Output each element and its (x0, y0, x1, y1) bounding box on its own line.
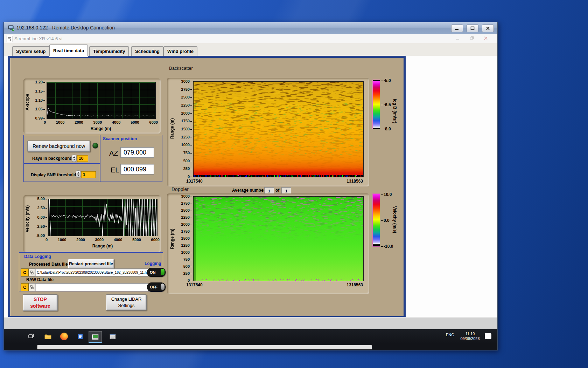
raw-browse-icon[interactable] (29, 283, 35, 291)
app-minimize-icon[interactable] (455, 35, 461, 41)
ascope-x-axis-label: Range (m) (47, 126, 155, 131)
app-restore-icon[interactable] (469, 35, 475, 41)
ascope-y-axis-label: A-scope (25, 86, 30, 119)
doppler-heatmap (194, 197, 363, 281)
tick-label: 750 (183, 151, 192, 155)
tick-label: -5.0 (381, 78, 391, 83)
processed-drive-selector[interactable]: C (21, 268, 29, 277)
backscatter-y-axis-label: Range (m) (170, 113, 175, 144)
el-value-field[interactable]: 000.099 (120, 164, 154, 175)
language-indicator[interactable]: ENG (446, 333, 454, 337)
velocity-plot-area (48, 199, 158, 236)
tick-label: 2750 (181, 201, 192, 205)
tick-label: 6000 (151, 238, 160, 242)
doppler-graph: Range (m) 300027502500225020001750150012… (167, 193, 369, 294)
tick-label: 5000 (132, 238, 141, 242)
app-close-icon[interactable] (483, 35, 489, 41)
tab-temp-humidity[interactable]: Temp/humidity (89, 46, 129, 56)
ascope-trace (47, 82, 155, 118)
tick-label: 5000 (131, 120, 139, 124)
raw-drive-selector[interactable]: C (21, 283, 29, 291)
tick-label: 4000 (112, 120, 120, 124)
velocity-x-axis-label: Range (m) (48, 244, 157, 248)
backscatter-colorbar-ticks: -5.0-6.5-8.0 (381, 78, 391, 131)
rdp-titlebar[interactable]: 192.168.0.122 - Remote Desktop Connectio… (4, 22, 497, 34)
tick-label: 1250 (181, 135, 192, 139)
tick-label: 750 (183, 257, 192, 261)
tick-label: 1500 (181, 236, 192, 240)
raw-path-field[interactable] (35, 283, 148, 291)
tick-label: 0 (188, 278, 192, 282)
stop-label-line2: software (30, 303, 50, 309)
doppler-x-end: 1318563 (346, 282, 363, 287)
tick-label: 2250 (181, 215, 192, 219)
notifications-icon[interactable] (485, 333, 491, 339)
tick-label: 2000 (181, 222, 192, 226)
rdp-icon (8, 25, 14, 31)
processed-browse-icon[interactable] (29, 268, 35, 277)
rays-spinner[interactable] (71, 155, 77, 162)
firefox-icon[interactable] (58, 331, 70, 342)
velocity-graph: Velocity (m/s) 5.002.500.00-2.50-5.00 01… (23, 195, 161, 253)
remote-taskbar: ENG 11:10 09/08/2023 (4, 329, 497, 343)
taskbar-time: 11:10 (465, 332, 475, 336)
rdp-scrollbar-thumb[interactable] (37, 345, 372, 349)
restart-processed-file-button[interactable]: Restart processed file (68, 259, 114, 269)
tick-label: 4000 (114, 238, 122, 242)
backscatter-plot-area (193, 81, 364, 177)
az-value-field[interactable]: 079.000 (120, 147, 154, 158)
task-view-icon[interactable] (25, 331, 37, 342)
tick-label: 1000 (181, 250, 192, 254)
velocity-x-ticks: 0100020003000400050006000 (46, 238, 160, 242)
snr-value-field[interactable]: 1 (81, 171, 96, 178)
rays-in-background-label: Rays in background (32, 156, 72, 161)
tick-label: 0.0 (381, 218, 393, 223)
stop-label-line1: STOP (34, 296, 47, 303)
rdp-window: 192.168.0.122 - Remote Desktop Connectio… (4, 22, 498, 350)
snr-spinner[interactable] (76, 170, 81, 178)
tick-label: 2.50 (37, 206, 47, 210)
rdp-horizontal-scrollbar[interactable] (4, 343, 497, 350)
tick-label: 1750 (181, 229, 192, 233)
tick-label: 1250 (181, 243, 192, 247)
rays-value-field[interactable]: 10 (77, 155, 88, 162)
tab-wind-profile[interactable]: Wind profile (163, 46, 197, 56)
doppler-y-ticks: 3000275025002250200017501500125010007505… (177, 194, 192, 282)
velocity-y-axis-label: Velocity (m/s) (25, 200, 30, 237)
tab-scheduling[interactable]: Scheduling (131, 46, 163, 56)
velocity-y-ticks: 5.002.500.00-2.50-5.00 (30, 197, 47, 238)
streamline-app-icon[interactable] (89, 331, 102, 343)
taskbar-clock[interactable]: 11:10 09/08/2023 (458, 331, 482, 341)
tick-label: 1000 (58, 238, 66, 242)
app-window-title: StreamLine XR v14-6.vi (14, 36, 62, 41)
ascope-x-ticks: 0100020003000400050006000 (44, 120, 158, 124)
close-button[interactable] (482, 25, 494, 32)
tick-label: 1500 (181, 127, 192, 131)
file-explorer-icon[interactable] (42, 331, 54, 342)
tick-label: 1.20 (35, 80, 45, 84)
scan-scheduler-icon[interactable] (106, 331, 119, 342)
vi-icon (7, 36, 13, 42)
tick-label: -6.5 (381, 102, 391, 107)
stop-software-button[interactable]: STOP software (23, 294, 58, 311)
minimize-button[interactable] (451, 25, 463, 32)
backscatter-colorbar (372, 80, 380, 129)
change-lidar-settings-button[interactable]: Change LiDAR Settings (106, 294, 147, 311)
on-label: ON (150, 270, 156, 274)
tab-system-setup[interactable]: System setup (12, 46, 50, 56)
backscatter-colorbar-label: log B (/m/sr) (392, 90, 397, 132)
rdp-window-title: 192.168.0.122 - Remote Desktop Connectio… (16, 25, 115, 30)
processed-logging-toggle[interactable]: ON (147, 268, 166, 277)
tab-real-time-data[interactable]: Real time data (49, 45, 88, 56)
tick-label: 0 (188, 175, 192, 179)
tick-label: -5.00 (36, 233, 47, 238)
renew-background-button[interactable]: Renew background now (27, 141, 90, 152)
notes-app-icon[interactable] (74, 331, 86, 342)
processed-path-field[interactable]: C:\Lidar\Data\Proc\2023\202308\20230809\… (35, 268, 148, 277)
doppler-title: Doppler (172, 186, 189, 192)
backscatter-heatmap (194, 82, 363, 177)
raw-logging-toggle[interactable]: OFF (147, 282, 166, 292)
logging-label: Logging (145, 261, 161, 266)
doppler-y-axis-label: Range (m) (170, 223, 175, 255)
maximize-button[interactable] (467, 25, 478, 32)
